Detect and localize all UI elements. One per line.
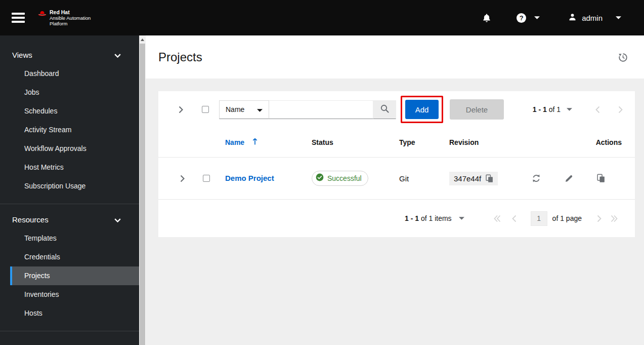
list-toolbar: Name Add Delete xyxy=(158,91,635,128)
column-header-type: Type xyxy=(389,138,439,146)
brand-text: Red Hat Ansible Automation Platform xyxy=(50,10,91,26)
last-page-angle-double-right-icon[interactable] xyxy=(611,215,618,222)
pagination-top: 1 - 1 of 1 xyxy=(533,105,623,113)
filter-attribute-value: Name xyxy=(226,105,244,113)
page-title: Projects xyxy=(158,50,202,64)
user-person-icon xyxy=(568,13,577,23)
row-revision-cell: 347e44f xyxy=(439,172,523,185)
scrollbar-up-arrow-icon[interactable] xyxy=(139,35,146,44)
row-checkbox-cell xyxy=(191,175,215,182)
column-header-name[interactable]: Name xyxy=(215,138,302,147)
projects-list-card: Name Add Delete xyxy=(158,91,635,237)
pagination-top-of-total: of 1 xyxy=(549,105,561,113)
revision-chip: 347e44f xyxy=(449,172,498,185)
pagination-bottom-of-total: of 1 items xyxy=(421,214,452,222)
sidebar-item-workflow-approvals[interactable]: Workflow Approvals xyxy=(10,139,139,158)
sync-project-icon[interactable] xyxy=(532,174,541,183)
username-label: admin xyxy=(582,14,603,22)
ansible-automation-platform-app: Red Hat Ansible Automation Platform ? xyxy=(0,0,644,345)
sidebar-item-inventories[interactable]: Inventories xyxy=(10,285,139,304)
previous-page-angle-left-icon[interactable] xyxy=(595,106,600,113)
revision-value: 347e44f xyxy=(454,174,481,183)
sidebar-nav: Views Dashboard Jobs Schedules Activity … xyxy=(0,35,139,345)
help-menu[interactable]: ? xyxy=(517,13,540,23)
sidebar-item-hosts[interactable]: Hosts xyxy=(10,304,139,323)
user-menu[interactable]: admin xyxy=(568,13,621,23)
pagination-bottom: 1 - 1 of 1 items of 1 page xyxy=(158,200,635,237)
page-count-label: of 1 page xyxy=(552,214,582,222)
sidebar-item-dashboard[interactable]: Dashboard xyxy=(10,64,139,83)
nav-section-views: Views Dashboard Jobs Schedules Activity … xyxy=(0,35,139,196)
sidebar-item-activity-stream[interactable]: Activity Stream xyxy=(10,121,139,139)
row-status-cell: Successful xyxy=(302,171,389,186)
copy-project-icon[interactable] xyxy=(597,174,605,183)
pagination-top-range: 1 - 1 xyxy=(533,105,547,113)
table-header-row: Name Status Type Revision Actions xyxy=(158,128,635,157)
sort-ascending-arrow-icon xyxy=(252,138,257,147)
table-row-demo-project: Demo Project Successful Git xyxy=(158,157,635,200)
nav-section-views-label: Views xyxy=(12,51,32,59)
nav-section-resources-header[interactable]: Resources xyxy=(0,212,139,229)
brand-title: Red Hat xyxy=(50,10,91,15)
sidebar-item-schedules[interactable]: Schedules xyxy=(10,102,139,121)
pagination-bottom-range: 1 - 1 xyxy=(405,214,419,222)
nav-section-resources-label: Resources xyxy=(12,215,49,224)
add-button[interactable]: Add xyxy=(405,100,439,119)
filter-attribute-select[interactable]: Name xyxy=(219,100,269,119)
search-icon xyxy=(380,104,389,114)
select-caret-down-icon xyxy=(257,105,263,113)
first-page-angle-double-left-icon[interactable] xyxy=(494,215,501,222)
notifications-bell-icon[interactable] xyxy=(482,13,491,23)
brand-subtitle-line1: Ansible Automation xyxy=(50,15,91,21)
next-page-angle-right-icon[interactable] xyxy=(618,106,623,113)
row-expand-chevron-icon[interactable] xyxy=(180,175,185,182)
next-page-angle-right-icon[interactable] xyxy=(597,215,602,222)
select-all-checkbox[interactable] xyxy=(202,106,209,113)
sidebar-item-credentials[interactable]: Credentials xyxy=(10,248,139,266)
redhat-fedora-icon xyxy=(37,10,47,19)
masthead: Red Hat Ansible Automation Platform ? xyxy=(0,0,644,35)
sidebar-item-subscription-usage[interactable]: Subscription Usage xyxy=(10,177,139,196)
nav-section-resources: Resources Templates Credentials Projects… xyxy=(0,204,139,323)
pagination-caret-down-icon[interactable] xyxy=(567,108,572,111)
check-circle-success-icon xyxy=(316,173,324,183)
help-caret-down-icon xyxy=(534,16,540,19)
sidebar-item-templates[interactable]: Templates xyxy=(10,229,139,248)
user-caret-down-icon xyxy=(616,16,621,19)
column-header-name-label: Name xyxy=(225,138,244,146)
project-name-link[interactable]: Demo Project xyxy=(225,174,274,182)
scrollbar-thumb[interactable] xyxy=(140,44,145,345)
add-button-highlight-annotation: Add xyxy=(401,96,443,123)
row-type-cell: Git xyxy=(389,174,439,183)
vertical-scrollbar[interactable] xyxy=(139,35,146,345)
nav-toggle-hamburger-icon[interactable] xyxy=(12,13,25,23)
edit-pencil-icon[interactable] xyxy=(565,174,573,183)
status-badge-label: Successful xyxy=(327,174,362,182)
pagination-bottom-summary: 1 - 1 of 1 items xyxy=(405,214,452,222)
help-question-circle-icon: ? xyxy=(517,13,526,23)
copy-revision-icon[interactable] xyxy=(486,174,493,183)
search-input[interactable] xyxy=(269,100,373,119)
search-button[interactable] xyxy=(373,100,396,119)
delete-button[interactable]: Delete xyxy=(450,99,504,120)
sidebar-item-projects[interactable]: Projects xyxy=(10,266,139,285)
page-header: Projects xyxy=(146,35,644,79)
expand-all-chevron-icon[interactable] xyxy=(179,106,183,113)
status-badge[interactable]: Successful xyxy=(312,171,368,186)
main-content: Projects Name xyxy=(146,35,644,345)
current-page-input[interactable] xyxy=(531,211,547,226)
column-header-actions: Actions xyxy=(523,138,635,146)
chevron-down-icon xyxy=(114,51,121,59)
sidebar-divider xyxy=(0,331,139,331)
chevron-down-icon xyxy=(114,215,121,224)
brand-logo: Red Hat Ansible Automation Platform xyxy=(37,10,91,26)
items-per-page-caret-down-icon[interactable] xyxy=(459,217,464,220)
sidebar-item-jobs[interactable]: Jobs xyxy=(10,83,139,102)
row-actions-cell xyxy=(523,174,635,183)
row-checkbox[interactable] xyxy=(203,175,210,182)
nav-section-views-header[interactable]: Views xyxy=(0,48,139,64)
column-header-revision: Revision xyxy=(439,138,523,146)
sidebar-item-host-metrics[interactable]: Host Metrics xyxy=(10,158,139,177)
history-icon[interactable] xyxy=(618,52,628,62)
previous-page-angle-left-icon[interactable] xyxy=(512,215,517,222)
